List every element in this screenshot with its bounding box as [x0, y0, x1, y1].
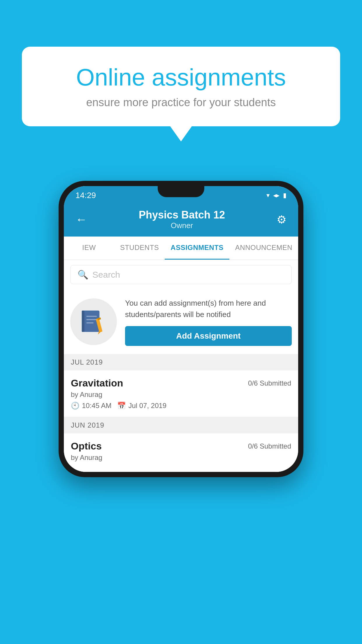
phone-outer: 14:29 ▾ ◂▸ ▮ ← Physics Batch 12 Owner ⚙ …: [59, 181, 303, 477]
assignment-date: Jul 07, 2019: [128, 402, 166, 410]
speech-bubble-area: Online assignments ensure more practice …: [22, 47, 340, 126]
clock-icon: 🕙: [71, 402, 80, 410]
battery-icon: ▮: [283, 192, 287, 199]
notebook-icon: [80, 309, 107, 335]
tabs-bar: IEW STUDENTS ASSIGNMENTS ANNOUNCEMEN: [64, 237, 298, 260]
optics-submitted: 0/6 Submitted: [248, 442, 291, 450]
header-subtitle: Owner: [87, 221, 277, 230]
info-right: You can add assignment(s) from here and …: [125, 298, 292, 346]
meta-date: 📅 Jul 07, 2019: [117, 402, 166, 410]
search-bar[interactable]: 🔍 Search: [70, 265, 292, 284]
meta-time: 🕙 10:45 AM: [71, 402, 111, 410]
status-time: 14:29: [75, 191, 96, 200]
phone-notch: [158, 186, 204, 197]
assignment-optics[interactable]: Optics 0/6 Submitted by Anurag: [64, 433, 298, 472]
optics-name: Optics: [71, 440, 102, 452]
search-placeholder: Search: [92, 270, 120, 280]
tab-announcements[interactable]: ANNOUNCEMEN: [229, 237, 298, 260]
wifi-icon: ▾: [266, 192, 270, 199]
phone-screen: 14:29 ▾ ◂▸ ▮ ← Physics Batch 12 Owner ⚙ …: [64, 186, 298, 472]
assignment-time: 10:45 AM: [82, 402, 111, 410]
back-button[interactable]: ←: [75, 213, 87, 226]
search-container: 🔍 Search: [64, 260, 298, 289]
section-jun-2019: JUN 2019: [64, 417, 298, 433]
signal-icon: ◂▸: [273, 192, 280, 199]
tab-iew[interactable]: IEW: [64, 237, 114, 260]
svg-rect-4: [86, 322, 94, 323]
optics-author: by Anurag: [71, 454, 291, 462]
search-icon: 🔍: [78, 270, 88, 280]
phone-wrapper: 14:29 ▾ ◂▸ ▮ ← Physics Batch 12 Owner ⚙ …: [59, 181, 303, 477]
status-icons: ▾ ◂▸ ▮: [266, 192, 287, 199]
settings-icon[interactable]: ⚙: [277, 213, 287, 226]
svg-rect-2: [86, 316, 97, 317]
header-title: Physics Batch 12: [87, 209, 277, 221]
assignment-meta: 🕙 10:45 AM 📅 Jul 07, 2019: [71, 402, 291, 410]
info-description: You can add assignment(s) from here and …: [125, 298, 292, 320]
bubble-subtitle: ensure more practice for your students: [42, 96, 320, 109]
notebook-icon-circle: [70, 298, 117, 345]
svg-rect-1: [82, 311, 85, 332]
info-section: You can add assignment(s) from here and …: [64, 289, 298, 354]
optics-row-top: Optics 0/6 Submitted: [71, 440, 291, 452]
assignment-submitted: 0/6 Submitted: [248, 379, 291, 387]
app-header: ← Physics Batch 12 Owner ⚙: [64, 204, 298, 237]
add-assignment-button[interactable]: Add Assignment: [125, 326, 292, 346]
assignment-gravitation[interactable]: Gravitation 0/6 Submitted by Anurag 🕙 10…: [64, 370, 298, 417]
assignment-name: Gravitation: [71, 377, 123, 389]
speech-bubble: Online assignments ensure more practice …: [22, 47, 340, 126]
bubble-title: Online assignments: [42, 64, 320, 90]
svg-rect-3: [86, 319, 97, 320]
section-jul-2019: JUL 2019: [64, 354, 298, 370]
assignment-author: by Anurag: [71, 391, 291, 399]
tab-students[interactable]: STUDENTS: [114, 237, 165, 260]
assignment-row-top: Gravitation 0/6 Submitted: [71, 377, 291, 389]
calendar-icon: 📅: [117, 402, 126, 410]
header-title-area: Physics Batch 12 Owner: [87, 209, 277, 230]
tab-assignments[interactable]: ASSIGNMENTS: [165, 237, 229, 260]
